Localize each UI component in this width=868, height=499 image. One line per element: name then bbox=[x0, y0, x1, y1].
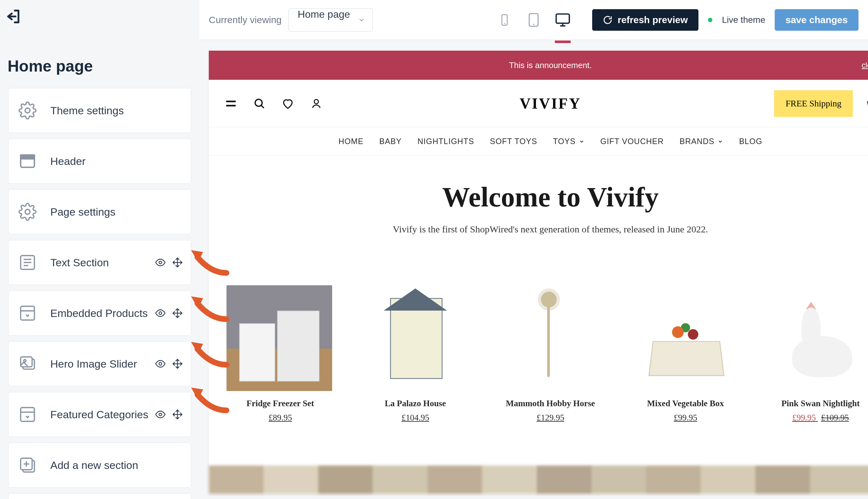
section-card-featured-categories[interactable]: Featured Categories bbox=[8, 392, 191, 437]
account-button[interactable] bbox=[310, 97, 323, 110]
svg-point-36 bbox=[314, 99, 318, 104]
visibility-toggle[interactable] bbox=[155, 307, 166, 319]
visibility-toggle[interactable] bbox=[155, 358, 166, 369]
basket-icon bbox=[866, 97, 868, 110]
svg-point-8 bbox=[159, 261, 162, 264]
status-indicator-icon bbox=[708, 18, 712, 22]
nav-gift-voucher[interactable]: GIFT VOUCHER bbox=[600, 137, 664, 146]
currently-viewing-label: Currently viewing bbox=[209, 14, 281, 25]
section-card-add-new-section[interactable]: Add a new section bbox=[8, 443, 191, 488]
product-card[interactable]: Pink Swan Nightlight £99.95 £109.95 bbox=[767, 285, 868, 423]
storefront-header: VIVIFY FREE Shipping bbox=[209, 80, 868, 127]
nav-brands[interactable]: BRANDS bbox=[679, 137, 723, 146]
product-name: Fridge Freezer Set bbox=[226, 399, 334, 409]
section-card-embedded-products[interactable]: Embedded Products bbox=[8, 291, 191, 336]
nav-blog[interactable]: BLOG bbox=[739, 137, 762, 146]
page-select[interactable]: Home page bbox=[289, 8, 372, 32]
hamburger-icon bbox=[225, 97, 237, 110]
section-card-page-settings[interactable]: Page settings bbox=[8, 189, 191, 234]
section-label: Theme settings bbox=[50, 105, 124, 117]
hero-section: Welcome to Vivify Vivify is the first of… bbox=[209, 156, 868, 247]
drag-handle[interactable] bbox=[172, 409, 183, 420]
product-image bbox=[767, 285, 868, 391]
nav-baby[interactable]: BABY bbox=[379, 137, 402, 146]
nav-home[interactable]: HOME bbox=[339, 137, 363, 146]
section-label: Hero Image Slider bbox=[50, 358, 137, 370]
images-stack-icon bbox=[17, 354, 38, 374]
tablet-icon bbox=[526, 12, 541, 28]
drag-handle[interactable] bbox=[172, 358, 183, 369]
editor-page-title: Home page bbox=[8, 57, 93, 75]
section-card-text-section[interactable]: Text Section bbox=[8, 240, 191, 285]
featured-products-row: Fridge Freezer Set £89.95 La Palazo Hous… bbox=[209, 247, 868, 435]
chevron-down-icon bbox=[717, 139, 723, 144]
eye-icon bbox=[155, 409, 166, 420]
section-card-header[interactable]: Header bbox=[8, 139, 191, 184]
text-block-icon bbox=[17, 252, 38, 272]
product-card[interactable]: La Palazo House £104.95 bbox=[362, 285, 469, 423]
exit-editor-button[interactable] bbox=[4, 8, 22, 25]
drag-handle[interactable] bbox=[172, 257, 183, 268]
product-name: La Palazo House bbox=[362, 399, 469, 409]
theme-status-label: Live theme bbox=[722, 15, 765, 25]
svg-rect-16 bbox=[21, 407, 35, 422]
device-preview-switcher bbox=[496, 12, 571, 28]
section-card-hero-image-slider[interactable]: Hero Image Slider bbox=[8, 341, 191, 386]
move-icon bbox=[172, 308, 183, 318]
refresh-icon bbox=[603, 15, 613, 25]
device-desktop-button[interactable] bbox=[555, 12, 571, 28]
eye-icon bbox=[155, 358, 166, 369]
device-mobile-button[interactable] bbox=[496, 12, 513, 28]
nav-nightlights[interactable]: NIGHTLIGHTS bbox=[417, 137, 474, 146]
exit-icon bbox=[4, 8, 22, 25]
save-label: save changes bbox=[785, 14, 848, 25]
storefront-nav: HOME BABY NIGHTLIGHTS SOFT TOYS TOYS GIF… bbox=[209, 127, 868, 156]
product-card[interactable]: Fridge Freezer Set £89.95 bbox=[226, 285, 334, 423]
announcement-close-link[interactable]: close bbox=[862, 61, 868, 70]
svg-point-11 bbox=[159, 312, 162, 315]
plus-square-icon bbox=[17, 455, 38, 475]
nav-soft-toys[interactable]: SOFT TOYS bbox=[490, 137, 537, 146]
basket-button[interactable] bbox=[866, 97, 868, 110]
wishlist-button[interactable] bbox=[281, 97, 294, 110]
product-card[interactable]: Mammoth Hobby Horse £129.95 bbox=[496, 285, 604, 423]
menu-button[interactable] bbox=[225, 97, 237, 110]
section-card-footer[interactable]: Footer bbox=[8, 493, 191, 499]
gear-icon bbox=[17, 100, 38, 121]
save-changes-button[interactable]: save changes bbox=[775, 9, 858, 31]
visibility-toggle[interactable] bbox=[155, 257, 166, 268]
chevron-down-icon bbox=[579, 139, 584, 144]
product-name: Pink Swan Nightlight bbox=[767, 399, 868, 409]
section-card-theme-settings[interactable]: Theme settings bbox=[8, 88, 191, 133]
nav-toys[interactable]: TOYS bbox=[553, 137, 584, 146]
annotation-arrow-icon bbox=[189, 244, 230, 276]
search-button[interactable] bbox=[253, 97, 266, 110]
svg-point-3 bbox=[25, 209, 30, 214]
refresh-preview-button[interactable]: refresh preview bbox=[592, 9, 699, 31]
drag-handle[interactable] bbox=[172, 307, 183, 319]
editor-sidebar: Home page Theme settings Header Page set… bbox=[0, 0, 199, 499]
move-icon bbox=[172, 358, 183, 369]
preview-lower-image-strip bbox=[209, 465, 868, 494]
svg-point-15 bbox=[159, 363, 162, 365]
announcement-text: This is announcement. bbox=[509, 60, 592, 70]
layout-header-icon bbox=[17, 151, 38, 171]
brand-logo[interactable]: VIVIFY bbox=[520, 95, 581, 112]
visibility-toggle[interactable] bbox=[155, 409, 166, 420]
section-label: Featured Categories bbox=[50, 409, 148, 421]
user-icon bbox=[311, 98, 322, 109]
storefront-preview: This is announcement. close VIVIFY FREE … bbox=[209, 51, 868, 494]
svg-rect-9 bbox=[21, 306, 35, 320]
hero-title: Welcome to Vivify bbox=[222, 181, 868, 213]
svg-line-35 bbox=[261, 106, 264, 108]
grid-collapse-icon bbox=[17, 303, 38, 323]
product-price: £104.95 bbox=[362, 413, 469, 423]
svg-point-0 bbox=[25, 108, 30, 113]
device-tablet-button[interactable] bbox=[526, 12, 542, 28]
svg-rect-29 bbox=[556, 14, 569, 23]
product-card[interactable]: Mixed Vegetable Box £99.95 bbox=[632, 285, 739, 423]
product-image bbox=[226, 285, 332, 391]
annotation-arrow-icon bbox=[189, 291, 230, 322]
section-label: Add a new section bbox=[50, 459, 138, 472]
search-icon bbox=[253, 98, 265, 110]
